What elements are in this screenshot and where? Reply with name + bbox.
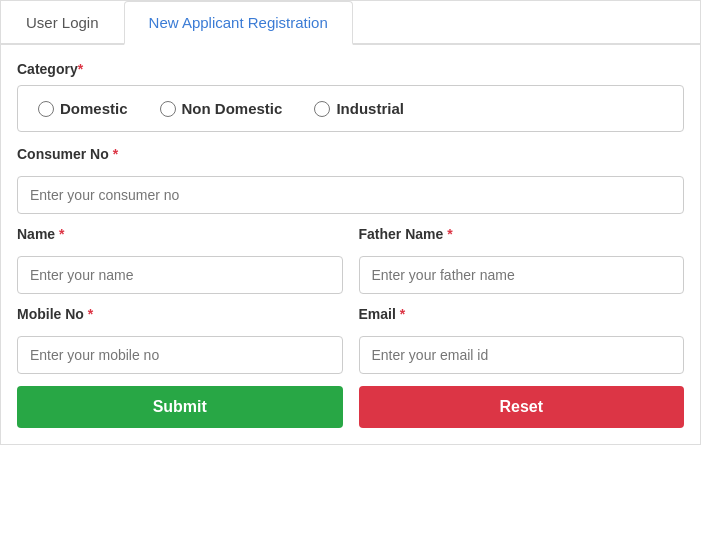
form-content: Category* Domestic Non Domestic Industri… bbox=[1, 45, 700, 444]
father-name-input[interactable] bbox=[359, 256, 685, 294]
submit-button[interactable]: Submit bbox=[17, 386, 343, 428]
name-col: Name * bbox=[17, 226, 343, 294]
name-input[interactable] bbox=[17, 256, 343, 294]
name-required-star: * bbox=[59, 226, 64, 242]
name-label: Name * bbox=[17, 226, 343, 242]
email-label: Email * bbox=[359, 306, 685, 322]
button-row: Submit Reset bbox=[17, 386, 684, 428]
father-name-col: Father Name * bbox=[359, 226, 685, 294]
father-name-label: Father Name * bbox=[359, 226, 685, 242]
radio-domestic[interactable]: Domestic bbox=[38, 100, 128, 117]
tab-bar: User Login New Applicant Registration bbox=[1, 1, 700, 45]
radio-non-domestic[interactable]: Non Domestic bbox=[160, 100, 283, 117]
radio-industrial-input[interactable] bbox=[314, 101, 330, 117]
category-section: Category* Domestic Non Domestic Industri… bbox=[17, 61, 684, 132]
mobile-email-row: Mobile No * Email * bbox=[17, 306, 684, 374]
category-radio-group: Domestic Non Domestic Industrial bbox=[17, 85, 684, 132]
consumer-no-label: Consumer No * bbox=[17, 146, 684, 162]
radio-non-domestic-input[interactable] bbox=[160, 101, 176, 117]
tab-user-login[interactable]: User Login bbox=[1, 1, 124, 45]
email-required-star: * bbox=[400, 306, 405, 322]
main-container: User Login New Applicant Registration Ca… bbox=[0, 0, 701, 445]
consumer-no-section: Consumer No * bbox=[17, 146, 684, 214]
radio-industrial-label: Industrial bbox=[336, 100, 404, 117]
tab-new-applicant[interactable]: New Applicant Registration bbox=[124, 1, 353, 45]
mobile-required-star: * bbox=[88, 306, 93, 322]
reset-button[interactable]: Reset bbox=[359, 386, 685, 428]
radio-domestic-input[interactable] bbox=[38, 101, 54, 117]
name-row: Name * Father Name * bbox=[17, 226, 684, 294]
radio-industrial[interactable]: Industrial bbox=[314, 100, 404, 117]
mobile-col: Mobile No * bbox=[17, 306, 343, 374]
email-input[interactable] bbox=[359, 336, 685, 374]
radio-domestic-label: Domestic bbox=[60, 100, 128, 117]
radio-non-domestic-label: Non Domestic bbox=[182, 100, 283, 117]
consumer-no-required-star: * bbox=[113, 146, 118, 162]
mobile-input[interactable] bbox=[17, 336, 343, 374]
category-label: Category* bbox=[17, 61, 684, 77]
email-col: Email * bbox=[359, 306, 685, 374]
consumer-no-input[interactable] bbox=[17, 176, 684, 214]
category-required-star: * bbox=[78, 61, 83, 77]
father-name-required-star: * bbox=[447, 226, 452, 242]
mobile-label: Mobile No * bbox=[17, 306, 343, 322]
